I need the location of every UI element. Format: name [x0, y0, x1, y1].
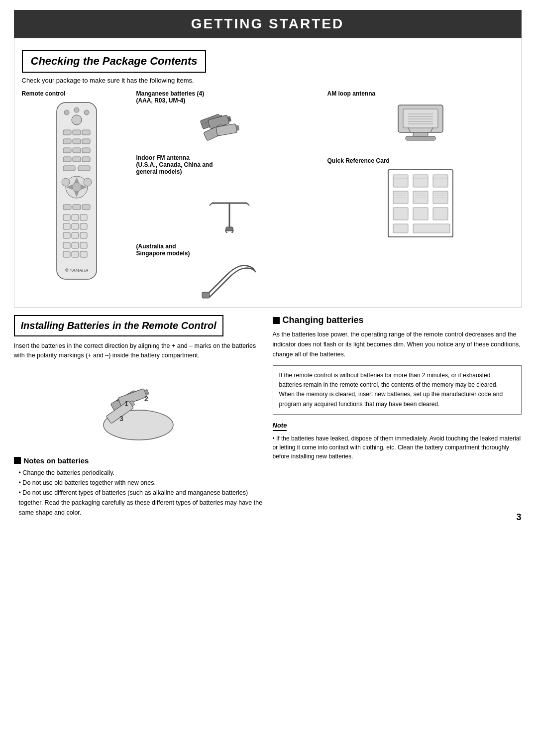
svg-rect-37 — [72, 232, 79, 238]
main-title: GETTING STARTED — [14, 10, 522, 38]
note-item-3: Do not use different types of batteries … — [19, 488, 263, 518]
quick-ref-image — [327, 167, 514, 239]
fm-antenna-au-label: (Australia andSingapore models) — [136, 243, 190, 257]
bottom-section: Installing Batteries in the Remote Contr… — [14, 315, 522, 518]
install-body-text: Insert the batteries in the correct dire… — [14, 341, 263, 360]
svg-rect-6 — [73, 130, 81, 135]
svg-rect-15 — [73, 157, 81, 162]
svg-text:−: − — [136, 398, 139, 403]
svg-point-20 — [72, 183, 81, 192]
fm-antenna-au-image — [136, 260, 322, 300]
note-item-1: Change the batteries periodically. — [19, 468, 263, 478]
svg-rect-30 — [63, 215, 70, 220]
svg-rect-7 — [82, 130, 90, 135]
svg-rect-39 — [63, 242, 70, 248]
svg-rect-27 — [63, 205, 71, 210]
remote-image: ® YAMAHA — [22, 100, 131, 284]
notes-batteries-list: Change the batteries periodically. Do no… — [14, 468, 263, 518]
am-antenna-item: AM loop antenna — [327, 90, 514, 147]
svg-rect-42 — [63, 251, 70, 257]
changing-body-text: As the batteries lose power, the operati… — [273, 329, 522, 359]
svg-rect-87 — [413, 224, 450, 233]
package-heading: Checking the Package Contents — [22, 50, 207, 73]
svg-rect-9 — [73, 139, 81, 144]
col2-items: Manganese batteries (4)(AAA, R03, UM-4) — [136, 90, 322, 300]
svg-point-25 — [62, 178, 70, 186]
svg-rect-28 — [73, 205, 81, 210]
changing-batteries-heading: Changing batteries — [273, 315, 522, 325]
package-section: Checking the Package Contents Check your… — [14, 38, 522, 308]
svg-rect-59 — [226, 227, 233, 231]
remote-control-item: Remote control — [22, 90, 131, 284]
svg-rect-34 — [72, 223, 79, 229]
remote-svg: ® YAMAHA — [44, 100, 109, 284]
svg-rect-12 — [73, 148, 81, 153]
svg-rect-76 — [433, 175, 448, 187]
fm-antenna-au-svg — [197, 260, 262, 300]
svg-point-26 — [84, 178, 92, 186]
svg-text:+: + — [116, 398, 119, 403]
quick-ref-label: Quick Reference Card — [327, 157, 390, 164]
svg-rect-86 — [393, 224, 408, 233]
remote-label: Remote control — [22, 90, 66, 97]
svg-rect-40 — [72, 242, 79, 248]
svg-point-4 — [84, 110, 89, 115]
svg-rect-64 — [413, 132, 428, 136]
batteries-svg — [197, 107, 262, 144]
svg-text:2: 2 — [144, 395, 148, 403]
svg-rect-80 — [393, 191, 408, 204]
package-intro-text: Check your package to make sure it has t… — [22, 77, 514, 84]
svg-rect-44 — [80, 251, 87, 257]
svg-rect-36 — [63, 232, 70, 238]
notes-batteries-heading: Notes on batteries — [14, 456, 263, 465]
fm-antenna-au-item: (Australia andSingapore models) — [136, 243, 322, 300]
note-section: Note • If the batteries have leaked, dis… — [273, 422, 522, 461]
svg-rect-31 — [72, 215, 79, 220]
install-heading: Installing Batteries in the Remote Contr… — [14, 315, 223, 336]
svg-rect-83 — [393, 208, 408, 220]
svg-point-2 — [64, 110, 69, 115]
note-item-2: Do not use old batteries together with n… — [19, 478, 263, 488]
svg-rect-63 — [403, 109, 438, 128]
svg-rect-29 — [82, 205, 90, 210]
svg-rect-33 — [63, 223, 70, 229]
am-antenna-image — [327, 100, 514, 147]
svg-rect-38 — [80, 232, 87, 238]
svg-rect-61 — [202, 292, 210, 298]
quick-ref-svg — [386, 167, 455, 239]
quick-ref-item: Quick Reference Card — [327, 157, 514, 239]
batteries-item: Manganese batteries (4)(AAA, R03, UM-4) — [136, 90, 322, 144]
svg-rect-35 — [80, 223, 87, 229]
svg-text:3: 3 — [119, 415, 123, 423]
svg-rect-14 — [63, 157, 71, 162]
svg-rect-18 — [78, 166, 90, 171]
package-items-grid: Remote control — [22, 90, 514, 300]
svg-rect-32 — [80, 215, 87, 220]
svg-rect-41 — [80, 242, 87, 248]
svg-rect-8 — [63, 139, 71, 144]
svg-rect-17 — [63, 166, 75, 171]
col3-items: AM loop antenna — [327, 90, 514, 239]
svg-line-57 — [210, 203, 212, 206]
svg-rect-13 — [82, 148, 90, 153]
fm-antenna-us-svg — [202, 178, 257, 233]
fm-antenna-us-image — [136, 178, 322, 233]
svg-line-58 — [247, 203, 249, 206]
svg-rect-84 — [413, 208, 428, 220]
svg-rect-11 — [63, 148, 71, 153]
svg-rect-10 — [82, 139, 90, 144]
note-label: Note — [273, 422, 287, 431]
fm-antenna-us-label: Indoor FM antenna(U.S.A., Canada, China … — [136, 154, 213, 175]
am-antenna-svg — [386, 100, 455, 147]
battery-install-diagram: 1 2 3 + − — [14, 365, 263, 451]
page-number: 3 — [516, 512, 521, 523]
batteries-image — [136, 107, 322, 144]
svg-rect-65 — [406, 136, 435, 140]
svg-point-1 — [72, 115, 82, 125]
batteries-label: Manganese batteries (4)(AAA, R03, UM-4) — [136, 90, 205, 104]
svg-rect-75 — [413, 175, 428, 187]
fm-antenna-us-item: Indoor FM antenna(U.S.A., Canada, China … — [136, 154, 322, 233]
info-box: If the remote control is without batteri… — [273, 365, 522, 415]
black-square-icon — [14, 457, 21, 464]
am-antenna-label: AM loop antenna — [327, 90, 376, 97]
